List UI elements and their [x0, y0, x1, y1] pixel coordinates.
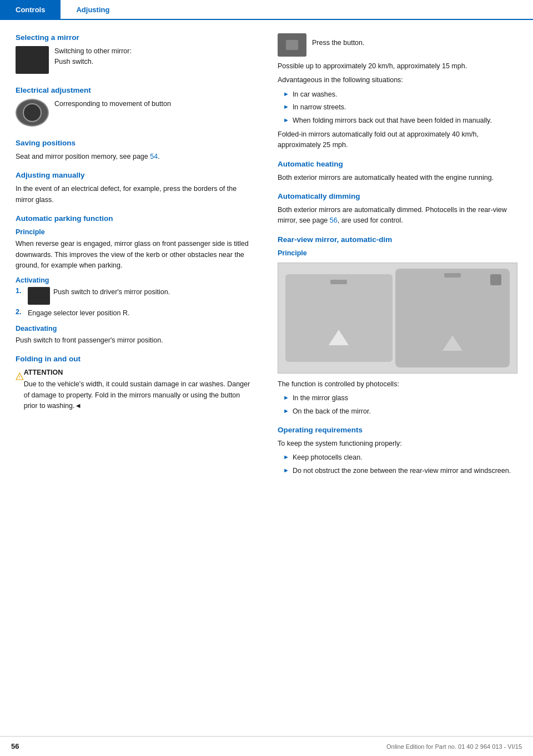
bullet-text: On the back of the mirror.: [293, 406, 371, 417]
footer-text: Online Edition for Part no. 01 40 2 964 …: [386, 743, 522, 750]
bullet-item: ►When folding mirrors back out that have…: [278, 115, 517, 126]
page-number: 56: [11, 742, 19, 750]
mirror-switch-image: [16, 46, 49, 74]
operating-bullets: ►Keep photocells clean.►Do not obstruct …: [278, 452, 517, 476]
press-button-image: [278, 33, 306, 57]
principle-title: Principle: [16, 228, 255, 236]
advantageous-text: Advantageous in the following situations…: [278, 75, 517, 85]
bullet-text: In narrow streets.: [293, 102, 346, 113]
selecting-mirror-section: Switching to other mirror:Push switch.: [16, 46, 255, 77]
operating-text: To keep the system functioning properly:: [278, 439, 517, 449]
main-content: Selecting a mirror Switching to other mi…: [0, 20, 533, 478]
electrical-adjustment-title: Electrical adjustment: [16, 86, 255, 94]
step-2-text: Engage selector lever position R.: [28, 308, 255, 319]
rear-view-mirror-title: Rear-view mirror, automatic-dim: [278, 235, 517, 244]
bullet-arrow: ►: [283, 394, 289, 401]
warning-icon: !: [16, 367, 24, 385]
step-1-num: 1.: [16, 287, 26, 295]
auto-dimming-title: Automatically dimming: [278, 192, 517, 200]
bullet-text: When folding mirrors back out that have …: [293, 115, 492, 126]
electrical-adjustment-section: Corresponding to movement of button: [16, 99, 255, 130]
bullet-text: In car washes.: [293, 89, 338, 100]
step-1: 1. Push switch to driver's mirror positi…: [16, 287, 255, 305]
warning-box: ! ATTENTION Due to the vehicle's width, …: [16, 367, 255, 412]
bottom-bar: 56 Online Edition for Part no. 01 40 2 9…: [0, 736, 533, 756]
auto-dimming-text: Both exterior mirrors are automatically …: [278, 205, 517, 226]
bullet-item: ►Keep photocells clean.: [278, 452, 517, 463]
rear-view-principle-title: Principle: [278, 249, 517, 257]
dimming-link[interactable]: 56: [330, 216, 338, 224]
bullet-item: ►On the back of the mirror.: [278, 406, 517, 417]
principle-text: When reverse gear is engaged, mirror gla…: [16, 239, 255, 271]
step1-image: [28, 287, 50, 305]
bullet-item: ►In car washes.: [278, 89, 517, 100]
warning-text-content: ATTENTION Due to the vehicle's width, it…: [24, 367, 255, 412]
photocells-text: The function is controlled by photocells…: [278, 379, 517, 390]
photocell-bullets: ►In the mirror glass►On the back of the …: [278, 393, 517, 417]
bullet-arrow: ►: [283, 90, 289, 97]
operating-requirements-title: Operating requirements: [278, 426, 517, 434]
bullet-arrow: ►: [283, 103, 289, 110]
mirror-image-area: [278, 263, 517, 374]
bullet-arrow: ►: [283, 407, 289, 414]
tab-adjusting[interactable]: Adjusting: [61, 0, 125, 19]
saving-positions-text: Seat and mirror position memory, see pag…: [16, 152, 255, 162]
step-2-num: 2.: [16, 308, 26, 316]
automatic-parking-title: Automatic parking function: [16, 214, 255, 223]
deactivating-text: Push switch to front passenger's mirror …: [16, 335, 255, 346]
bullet-text: Keep photocells clean.: [293, 452, 363, 463]
folding-bullets: ►In car washes.►In narrow streets.►When …: [278, 89, 517, 126]
right-column: Press the button. Possible up to approxi…: [266, 31, 533, 478]
mirror-left-image: [285, 274, 393, 362]
folded-text: Folded-in mirrors automatically fold out…: [278, 129, 517, 151]
adjusting-manually-text: In the event of an electrical defect, fo…: [16, 184, 255, 205]
bullet-item: ►In narrow streets.: [278, 102, 517, 113]
step-2: 2. Engage selector lever position R.: [16, 308, 255, 319]
bullet-arrow: ►: [283, 453, 289, 460]
selecting-mirror-title: Selecting a mirror: [16, 33, 255, 42]
tab-controls[interactable]: Controls: [0, 0, 61, 19]
press-button-text: Press the button.: [312, 38, 365, 48]
automatic-heating-text: Both exterior mirrors are automatically …: [278, 173, 517, 183]
left-column: Selecting a mirror Switching to other mi…: [0, 31, 266, 478]
saving-positions-title: Saving positions: [16, 139, 255, 147]
warning-title: ATTENTION: [24, 367, 255, 378]
deactivating-title: Deactivating: [16, 325, 255, 332]
folding-title: Folding in and out: [16, 355, 255, 363]
bullet-item: ►In the mirror glass: [278, 393, 517, 404]
activating-title: Activating: [16, 276, 255, 284]
bullet-arrow: ►: [283, 467, 289, 473]
svg-text:!: !: [19, 375, 20, 380]
bullet-text: Do not obstruct the zone between the rea…: [293, 466, 511, 476]
possible-text: Possible up to approximately 20 km/h, ap…: [278, 61, 517, 72]
bullet-arrow: ►: [283, 117, 289, 123]
selecting-mirror-text: Switching to other mirror:Push switch.: [54, 46, 132, 71]
bullet-item: ►Do not obstruct the zone between the re…: [278, 466, 517, 476]
mirror-right-image: [395, 269, 510, 367]
adjusting-manually-title: Adjusting manually: [16, 171, 255, 179]
adjustment-button-image: [16, 99, 49, 127]
step-1-text: Push switch to driver's mirror position.: [53, 287, 255, 298]
bullet-text: In the mirror glass: [293, 393, 348, 404]
top-navigation: Controls Adjusting: [0, 0, 533, 20]
saving-positions-link[interactable]: 54: [150, 153, 158, 160]
press-button-section: Press the button.: [278, 33, 517, 57]
automatic-heating-title: Automatic heating: [278, 160, 517, 168]
electrical-adjustment-text: Corresponding to movement of button: [54, 99, 171, 113]
warning-body: Due to the vehicle's width, it could sus…: [24, 380, 250, 410]
